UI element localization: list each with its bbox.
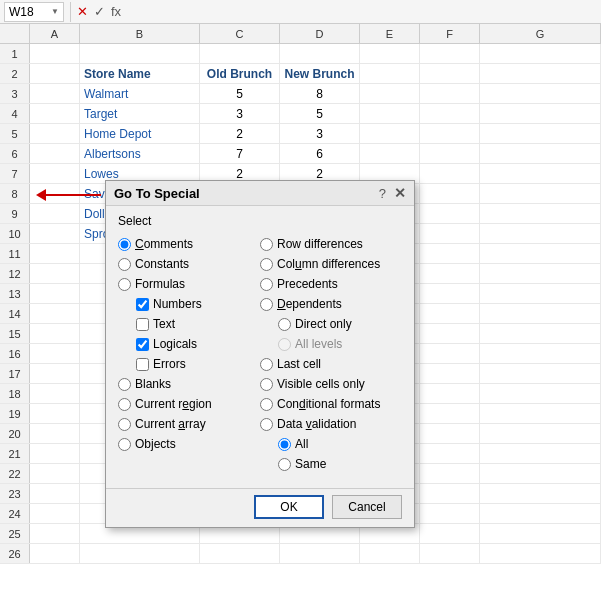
cell-f[interactable] [420, 64, 480, 83]
cell-g[interactable] [480, 44, 601, 63]
cell-a[interactable] [30, 324, 80, 343]
cell-f[interactable] [420, 164, 480, 183]
cell-g[interactable] [480, 504, 601, 523]
col-header-c[interactable]: C [200, 24, 280, 43]
name-box[interactable]: W18 ▼ [4, 2, 64, 22]
cell-d[interactable] [280, 544, 360, 563]
cell-a[interactable] [30, 124, 80, 143]
table-row[interactable]: 5Home Depot23 [0, 124, 601, 144]
cell-e[interactable] [360, 84, 420, 103]
table-row[interactable]: 1 [0, 44, 601, 64]
cell-g[interactable] [480, 544, 601, 563]
cell-a[interactable] [30, 344, 80, 363]
option-comments[interactable]: Comments [118, 234, 260, 254]
cell-g[interactable] [480, 384, 601, 403]
cell-d[interactable]: 8 [280, 84, 360, 103]
col-header-b[interactable]: B [80, 24, 200, 43]
cell-g[interactable] [480, 344, 601, 363]
option-objects[interactable]: Objects [118, 434, 260, 454]
cell-f[interactable] [420, 144, 480, 163]
cell-a[interactable] [30, 224, 80, 243]
cell-g[interactable] [480, 164, 601, 183]
cell-f[interactable] [420, 324, 480, 343]
go-to-special-dialog[interactable]: Go To Special ? ✕ Select Comments [105, 180, 415, 528]
formula-input[interactable] [125, 5, 597, 19]
cell-a[interactable] [30, 524, 80, 543]
option-current-region[interactable]: Current region [118, 394, 260, 414]
cell-f[interactable] [420, 224, 480, 243]
confirm-icon[interactable]: ✓ [94, 4, 105, 19]
col-header-e[interactable]: E [360, 24, 420, 43]
cell-f[interactable] [420, 364, 480, 383]
option-blanks[interactable]: Blanks [118, 374, 260, 394]
option-conditional[interactable]: Conditional formats [260, 394, 402, 414]
cell-g[interactable] [480, 104, 601, 123]
table-row[interactable]: 4Target35 [0, 104, 601, 124]
cell-c[interactable]: 5 [200, 84, 280, 103]
option-all-val[interactable]: All [260, 434, 402, 454]
col-header-a[interactable]: A [30, 24, 80, 43]
cell-g[interactable] [480, 284, 601, 303]
cell-f[interactable] [420, 524, 480, 543]
option-errors[interactable]: Errors [118, 354, 260, 374]
cell-g[interactable] [480, 64, 601, 83]
cell-g[interactable] [480, 204, 601, 223]
cell-g[interactable] [480, 224, 601, 243]
option-row-differences[interactable]: Row differences [260, 234, 402, 254]
cell-f[interactable] [420, 484, 480, 503]
cell-d[interactable]: 6 [280, 144, 360, 163]
option-data-validation[interactable]: Data validation [260, 414, 402, 434]
cell-g[interactable] [480, 264, 601, 283]
cell-a[interactable] [30, 204, 80, 223]
cell-a[interactable] [30, 144, 80, 163]
cell-f[interactable] [420, 444, 480, 463]
cell-b[interactable]: Target [80, 104, 200, 123]
option-dependents[interactable]: Dependents [260, 294, 402, 314]
dialog-close-button[interactable]: ✕ [394, 185, 406, 201]
cell-e[interactable] [360, 44, 420, 63]
cell-g[interactable] [480, 244, 601, 263]
option-numbers[interactable]: Numbers [118, 294, 260, 314]
cell-f[interactable] [420, 404, 480, 423]
cell-d[interactable]: 3 [280, 124, 360, 143]
cell-a[interactable] [30, 424, 80, 443]
option-precedents[interactable]: Precedents [260, 274, 402, 294]
option-logicals[interactable]: Logicals [118, 334, 260, 354]
cell-f[interactable] [420, 344, 480, 363]
cell-g[interactable] [480, 404, 601, 423]
cell-b[interactable]: Albertsons [80, 144, 200, 163]
col-header-d[interactable]: D [280, 24, 360, 43]
cell-a[interactable] [30, 104, 80, 123]
ok-button[interactable]: OK [254, 495, 324, 519]
cell-g[interactable] [480, 304, 601, 323]
cancel-icon[interactable]: ✕ [77, 4, 88, 19]
cell-f[interactable] [420, 384, 480, 403]
cell-a[interactable] [30, 264, 80, 283]
cell-e[interactable] [360, 144, 420, 163]
cell-b[interactable]: Home Depot [80, 124, 200, 143]
cell-c[interactable] [200, 544, 280, 563]
cell-g[interactable] [480, 124, 601, 143]
cell-a[interactable] [30, 284, 80, 303]
cell-a[interactable] [30, 504, 80, 523]
cell-a[interactable] [30, 164, 80, 183]
table-row[interactable]: 26 [0, 544, 601, 564]
option-formulas[interactable]: Formulas [118, 274, 260, 294]
cell-b[interactable]: Walmart [80, 84, 200, 103]
cell-a[interactable] [30, 64, 80, 83]
cell-a[interactable] [30, 384, 80, 403]
function-icon[interactable]: fx [111, 4, 121, 19]
cell-a[interactable] [30, 84, 80, 103]
cell-a[interactable] [30, 304, 80, 323]
option-direct-only[interactable]: Direct only [260, 314, 402, 334]
cell-f[interactable] [420, 44, 480, 63]
cell-f[interactable] [420, 244, 480, 263]
cell-a[interactable] [30, 404, 80, 423]
option-same-val[interactable]: Same [260, 454, 402, 474]
cell-d[interactable]: New Brunch [280, 64, 360, 83]
cell-e[interactable] [360, 104, 420, 123]
cell-c[interactable]: 7 [200, 144, 280, 163]
cell-f[interactable] [420, 264, 480, 283]
cell-f[interactable] [420, 304, 480, 323]
cell-b[interactable] [80, 44, 200, 63]
